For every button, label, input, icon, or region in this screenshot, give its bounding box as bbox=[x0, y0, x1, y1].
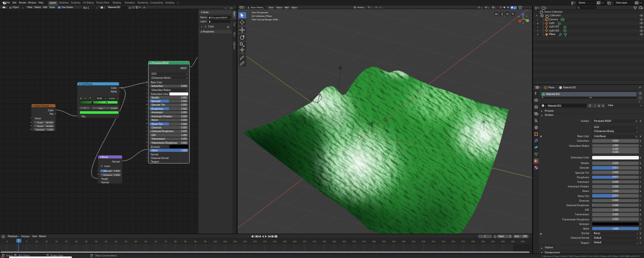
svg-text:X: X bbox=[519, 20, 521, 22]
svg-text:Y: Y bbox=[527, 19, 529, 22]
